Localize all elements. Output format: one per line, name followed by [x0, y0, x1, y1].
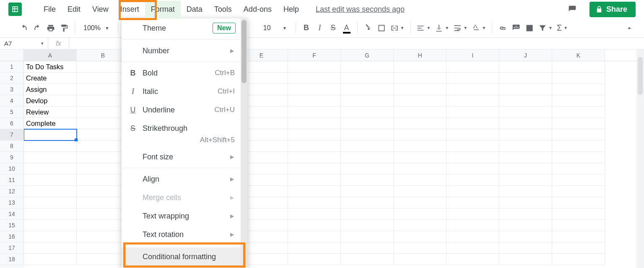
cell[interactable]: [341, 242, 394, 254]
cell[interactable]: [288, 61, 341, 73]
cell[interactable]: [288, 208, 341, 220]
row-header[interactable]: 18: [0, 254, 24, 265]
cell[interactable]: [341, 163, 394, 174]
menu-edit[interactable]: Edit: [62, 1, 86, 18]
cell[interactable]: [288, 152, 341, 163]
cell[interactable]: [24, 197, 77, 208]
cell[interactable]: [288, 174, 341, 186]
cell[interactable]: [24, 220, 77, 231]
cell[interactable]: [499, 73, 552, 84]
cell[interactable]: Assign: [24, 84, 77, 95]
cell[interactable]: [288, 163, 341, 174]
cell[interactable]: [447, 107, 499, 118]
row-header[interactable]: 13: [0, 197, 24, 208]
cell[interactable]: [394, 107, 447, 118]
row-header[interactable]: 6: [0, 118, 24, 129]
column-header[interactable]: K: [552, 49, 605, 61]
cell[interactable]: [24, 254, 77, 265]
cell[interactable]: [552, 220, 605, 231]
cell[interactable]: [552, 118, 605, 129]
cell[interactable]: [447, 174, 499, 186]
cell[interactable]: [447, 141, 499, 152]
vertical-align-button[interactable]: ▼: [433, 22, 451, 34]
cell[interactable]: [341, 73, 394, 84]
cell[interactable]: [552, 84, 605, 95]
cell[interactable]: [394, 129, 447, 141]
menu-data[interactable]: Data: [181, 1, 208, 18]
cell[interactable]: [499, 231, 552, 242]
spreadsheet-grid[interactable]: 123456789101112131415161718 ABCDEFGHIJK …: [0, 49, 644, 268]
comments-icon[interactable]: [566, 3, 579, 16]
cell[interactable]: [288, 220, 341, 231]
cell[interactable]: [24, 231, 77, 242]
cell[interactable]: [552, 129, 605, 141]
cell[interactable]: [394, 95, 447, 107]
cell[interactable]: [552, 242, 605, 254]
name-box[interactable]: A7 ▾: [0, 38, 48, 49]
cell[interactable]: [447, 208, 499, 220]
cell[interactable]: [288, 73, 341, 84]
share-button[interactable]: Share: [589, 2, 636, 17]
cell[interactable]: [341, 197, 394, 208]
cell[interactable]: [394, 242, 447, 254]
cell[interactable]: [552, 186, 605, 197]
column-header[interactable]: J: [499, 49, 552, 61]
menu-help[interactable]: Help: [278, 1, 305, 18]
cell[interactable]: [499, 61, 552, 73]
row-header[interactable]: 2: [0, 73, 24, 84]
vertical-scrollbar[interactable]: [636, 49, 644, 268]
cell[interactable]: [288, 242, 341, 254]
cell[interactable]: [24, 141, 77, 152]
cell[interactable]: [447, 197, 499, 208]
cell[interactable]: [24, 129, 77, 141]
select-all-corner[interactable]: [0, 49, 24, 61]
menu-underline[interactable]: U Underline Ctrl+U: [122, 101, 247, 119]
cell[interactable]: [288, 141, 341, 152]
cell[interactable]: [499, 95, 552, 107]
cell[interactable]: [499, 163, 552, 174]
menu-italic[interactable]: I Italic Ctrl+I: [122, 82, 247, 101]
menu-number[interactable]: Number ▶: [122, 42, 247, 60]
column-header[interactable]: I: [447, 49, 499, 61]
cell[interactable]: [552, 163, 605, 174]
cell[interactable]: [394, 73, 447, 84]
zoom-select[interactable]: 100%▼: [79, 24, 114, 32]
row-header[interactable]: 5: [0, 107, 24, 118]
cell[interactable]: [341, 186, 394, 197]
row-header[interactable]: 16: [0, 231, 24, 242]
column-header[interactable]: G: [341, 49, 394, 61]
cell[interactable]: [341, 231, 394, 242]
menu-font-size[interactable]: Font size ▶: [122, 148, 247, 166]
cell[interactable]: [288, 186, 341, 197]
print-button[interactable]: [44, 22, 57, 34]
cell[interactable]: [447, 84, 499, 95]
row-header[interactable]: 15: [0, 220, 24, 231]
cell[interactable]: Complete: [24, 118, 77, 129]
cell[interactable]: [394, 197, 447, 208]
cell[interactable]: [447, 231, 499, 242]
cell[interactable]: [394, 84, 447, 95]
row-header[interactable]: 9: [0, 152, 24, 163]
cell[interactable]: [341, 118, 394, 129]
italic-button[interactable]: I: [314, 22, 326, 34]
cell[interactable]: [24, 186, 77, 197]
cell[interactable]: [552, 61, 605, 73]
menu-format[interactable]: Format: [145, 1, 181, 18]
cell[interactable]: [552, 107, 605, 118]
cell[interactable]: Review: [24, 107, 77, 118]
cell[interactable]: [447, 220, 499, 231]
cell[interactable]: [24, 163, 77, 174]
cell[interactable]: [394, 118, 447, 129]
cell[interactable]: [341, 129, 394, 141]
merge-cells-button[interactable]: ▼: [389, 22, 406, 34]
row-header[interactable]: 4: [0, 95, 24, 107]
cell[interactable]: [499, 118, 552, 129]
paint-format-button[interactable]: [58, 22, 70, 34]
insert-comment-button[interactable]: [510, 22, 522, 34]
filter-button[interactable]: ▼: [537, 22, 554, 34]
cell[interactable]: [552, 141, 605, 152]
strikethrough-button[interactable]: S: [327, 22, 340, 34]
cell[interactable]: [394, 254, 447, 265]
cell[interactable]: [341, 254, 394, 265]
cell[interactable]: [499, 174, 552, 186]
